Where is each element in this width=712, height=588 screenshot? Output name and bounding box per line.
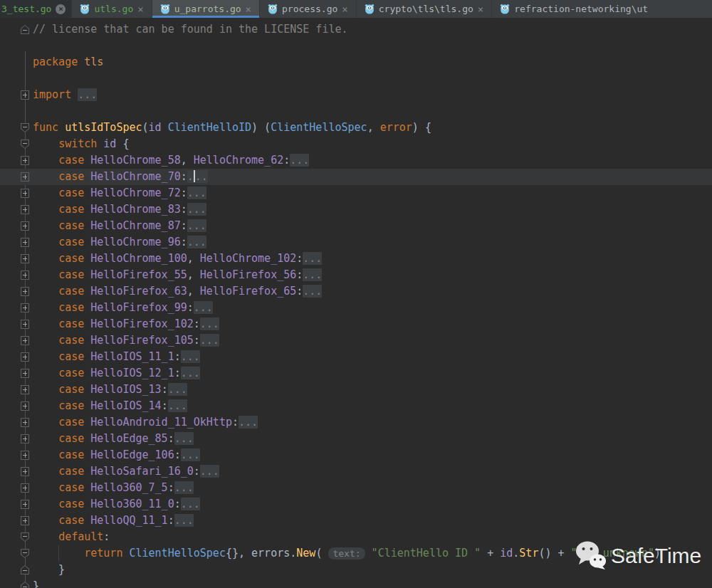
folded-code-placeholder[interactable]: ... xyxy=(303,252,322,265)
fold-collapsed-plus-icon[interactable] xyxy=(21,254,29,263)
code-line[interactable]: switch id { xyxy=(0,136,712,152)
fold-expanded-end-icon[interactable] xyxy=(21,565,29,574)
code-line[interactable]: // license that can be found in the LICE… xyxy=(0,21,712,38)
folded-code-placeholder[interactable]: ... xyxy=(174,514,194,527)
fold-expanded-end-icon[interactable] xyxy=(21,25,29,34)
code-line[interactable]: case HelloChrome_72:... xyxy=(0,185,712,201)
close-icon[interactable]: × xyxy=(137,4,143,14)
folded-code-placeholder[interactable]: ... xyxy=(181,350,200,363)
fold-collapsed-plus-icon[interactable] xyxy=(21,369,29,378)
fold-collapsed-plus-icon[interactable] xyxy=(21,451,29,460)
fold-collapsed-plus-icon[interactable] xyxy=(21,303,29,313)
code-line[interactable]: case HelloAndroid_11_OkHttp:... xyxy=(0,414,712,431)
close-icon[interactable]: × xyxy=(342,4,347,14)
code-line[interactable]: case HelloFirefox_99:... xyxy=(0,300,712,316)
fold-expanded-start-icon[interactable] xyxy=(21,532,29,542)
folded-code-placeholder[interactable]: ... xyxy=(303,268,322,281)
folded-code-placeholder[interactable]: ... xyxy=(200,317,219,330)
fold-collapsed-plus-icon[interactable] xyxy=(21,500,29,509)
folded-code-placeholder[interactable]: ... xyxy=(168,383,187,396)
fold-collapsed-plus-icon[interactable] xyxy=(21,205,29,214)
code-line[interactable] xyxy=(0,103,712,120)
fold-collapsed-plus-icon[interactable] xyxy=(21,418,29,427)
fold-expanded-start-icon[interactable] xyxy=(21,549,29,558)
fold-collapsed-plus-icon[interactable] xyxy=(21,287,29,296)
folded-code-placeholder[interactable]: ... xyxy=(303,285,322,298)
folded-code-placeholder[interactable]: ... xyxy=(194,301,213,314)
code-line[interactable]: case HelloChrome_100, HelloChrome_102:..… xyxy=(0,251,712,267)
close-circle-icon[interactable]: × xyxy=(56,4,66,14)
fold-collapsed-plus-icon[interactable] xyxy=(21,172,29,182)
folded-code-placeholder[interactable]: ... xyxy=(181,367,200,379)
fold-expanded-start-icon[interactable] xyxy=(21,123,29,132)
folded-code-placeholder[interactable]: ... xyxy=(174,481,194,494)
fold-collapsed-plus-icon[interactable] xyxy=(21,336,29,345)
code-line[interactable]: case HelloChrome_96:... xyxy=(0,234,712,251)
close-icon[interactable]: × xyxy=(246,4,251,14)
folded-code-placeholder[interactable]: ... xyxy=(181,498,200,510)
code-line-caret-row[interactable]: case HelloChrome_70:... xyxy=(0,169,712,185)
fold-collapsed-plus-icon[interactable] xyxy=(21,516,29,525)
code-line[interactable]: case HelloChrome_58, HelloChrome_62:... xyxy=(0,152,712,169)
folded-code-placeholder[interactable]: ... xyxy=(78,88,97,101)
folded-code-placeholder[interactable]: .. xyxy=(195,170,208,183)
editor-tab-process.go[interactable]: process.go× xyxy=(260,0,357,18)
folded-code-placeholder[interactable]: ... xyxy=(187,236,206,248)
editor-tab-3_test.go[interactable]: 3_test.go× xyxy=(0,0,72,18)
code-line[interactable]: case HelloFirefox_102:... xyxy=(0,316,712,332)
folded-code-placeholder[interactable]: ... xyxy=(187,203,206,216)
code-editor[interactable]: // license that can be found in the LICE… xyxy=(0,19,712,588)
fold-expanded-start-icon[interactable] xyxy=(21,140,29,149)
folded-code-placeholder[interactable]: ... xyxy=(187,187,206,199)
folded-code-placeholder[interactable]: ... xyxy=(174,432,194,445)
fold-collapsed-plus-icon[interactable] xyxy=(21,385,29,394)
code-line[interactable]: case HelloIOS_12_1:... xyxy=(0,365,712,382)
code-line[interactable]: } xyxy=(0,578,712,588)
code-line[interactable]: case Hello360_11_0:... xyxy=(0,496,712,513)
code-line[interactable]: func utlsIdToSpec(id ClientHelloID) (Cli… xyxy=(0,120,712,136)
editor-tab-u_parrots.go[interactable]: u_parrots.go× xyxy=(152,0,260,18)
code-line[interactable]: case HelloEdge_85:... xyxy=(0,431,712,447)
code-line[interactable]: case Hello360_7_5:... xyxy=(0,480,712,496)
editor-tab-refraction-networking-ut[interactable]: refraction-networking\ut xyxy=(492,0,712,18)
folded-code-placeholder[interactable]: ... xyxy=(290,154,309,167)
code-line[interactable]: case HelloChrome_83:... xyxy=(0,201,712,218)
fold-collapsed-plus-icon[interactable] xyxy=(21,401,29,411)
fold-collapsed-plus-icon[interactable] xyxy=(21,483,29,493)
folded-code-placeholder[interactable]: ... xyxy=(200,465,219,478)
code-line[interactable] xyxy=(0,38,712,54)
code-line[interactable]: case HelloIOS_13:... xyxy=(0,382,712,398)
close-icon[interactable]: × xyxy=(478,4,483,14)
fold-collapsed-plus-icon[interactable] xyxy=(21,221,29,231)
folded-code-placeholder[interactable]: ... xyxy=(200,334,219,347)
folded-code-placeholder[interactable]: ... xyxy=(239,416,258,429)
fold-collapsed-plus-icon[interactable] xyxy=(21,467,29,476)
editor-tab-utls.go[interactable]: utls.go× xyxy=(72,0,152,18)
fold-collapsed-plus-icon[interactable] xyxy=(21,156,29,165)
code-line[interactable]: case HelloQQ_11_1:... xyxy=(0,513,712,529)
fold-collapsed-plus-icon[interactable] xyxy=(21,271,29,280)
folded-code-placeholder[interactable]: ... xyxy=(181,448,200,461)
code-line[interactable]: case HelloIOS_14:... xyxy=(0,398,712,414)
fold-collapsed-plus-icon[interactable] xyxy=(21,434,29,443)
code-line[interactable]: import ... xyxy=(0,87,712,103)
fold-collapsed-plus-icon[interactable] xyxy=(21,238,29,247)
code-line[interactable] xyxy=(0,70,712,87)
fold-collapsed-plus-icon[interactable] xyxy=(21,320,29,329)
folded-code-placeholder[interactable]: ... xyxy=(187,219,206,232)
code-line[interactable]: case HelloIOS_11_1:... xyxy=(0,349,712,365)
editor-tab-crypto-tls-tls.go[interactable]: crypto\tls\tls.go× xyxy=(357,0,493,18)
fold-collapsed-plus-icon[interactable] xyxy=(21,352,29,362)
code-line[interactable]: case HelloFirefox_63, HelloFirefox_65:..… xyxy=(0,283,712,300)
code-line[interactable]: case HelloEdge_106:... xyxy=(0,447,712,463)
code-line[interactable]: case HelloSafari_16_0:... xyxy=(0,463,712,480)
fold-expanded-end-icon[interactable] xyxy=(21,582,29,588)
code-line[interactable]: case HelloChrome_87:... xyxy=(0,218,712,234)
fold-collapsed-plus-icon[interactable] xyxy=(21,90,29,100)
code-line[interactable]: case HelloFirefox_55, HelloFirefox_56:..… xyxy=(0,267,712,283)
folded-code-placeholder[interactable]: . xyxy=(187,170,194,183)
code-line[interactable]: case HelloFirefox_105:... xyxy=(0,332,712,349)
folded-code-placeholder[interactable]: ... xyxy=(168,399,187,412)
fold-collapsed-plus-icon[interactable] xyxy=(21,189,29,198)
code-line[interactable]: package tls xyxy=(0,54,712,70)
